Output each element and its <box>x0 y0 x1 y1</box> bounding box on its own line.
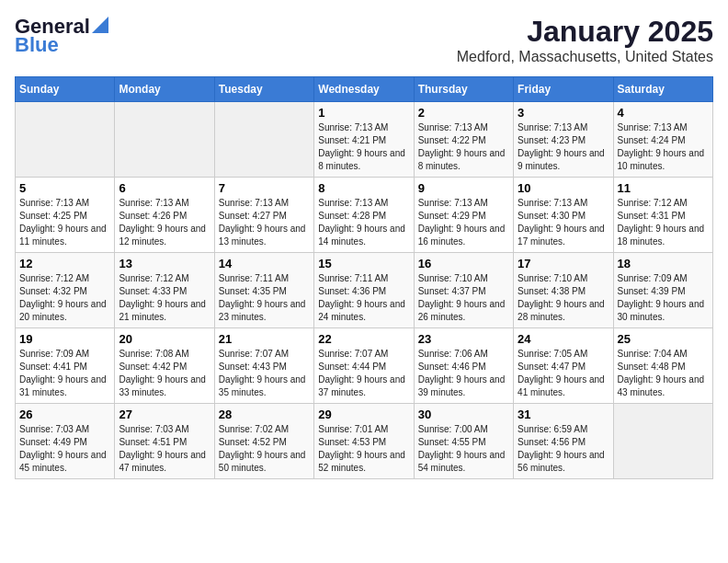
day-info: Sunrise: 7:13 AM Sunset: 4:28 PM Dayligh… <box>318 197 409 248</box>
calendar-day-header: Wednesday <box>314 77 414 102</box>
calendar-day-cell: 10 Sunrise: 7:13 AM Sunset: 4:30 PM Dayl… <box>514 178 613 253</box>
sunrise: Sunrise: 7:13 AM <box>318 122 388 132</box>
daylight: Daylight: 9 hours and 8 minutes. <box>418 148 506 171</box>
day-number: 10 <box>518 181 609 195</box>
day-info: Sunrise: 7:13 AM Sunset: 4:25 PM Dayligh… <box>19 197 110 248</box>
calendar-day-cell <box>16 102 115 178</box>
daylight: Daylight: 9 hours and 33 minutes. <box>119 374 206 397</box>
daylight: Daylight: 9 hours and 39 minutes. <box>418 374 506 397</box>
day-number: 5 <box>19 181 110 195</box>
day-info: Sunrise: 7:13 AM Sunset: 4:24 PM Dayligh… <box>618 121 709 173</box>
page-subtitle: Medford, Massachusetts, United States <box>457 49 713 65</box>
day-number: 29 <box>318 408 409 421</box>
calendar-day-cell: 24 Sunrise: 7:05 AM Sunset: 4:47 PM Dayl… <box>514 328 613 404</box>
sunset: Sunset: 4:29 PM <box>418 211 486 221</box>
sunset: Sunset: 4:53 PM <box>318 437 386 447</box>
sunset: Sunset: 4:36 PM <box>318 286 386 296</box>
day-number: 16 <box>418 257 509 270</box>
sunset: Sunset: 4:48 PM <box>618 362 686 372</box>
calendar-day-cell: 17 Sunrise: 7:10 AM Sunset: 4:38 PM Dayl… <box>514 253 613 328</box>
sunrise: Sunrise: 7:11 AM <box>318 273 388 283</box>
daylight: Daylight: 9 hours and 20 minutes. <box>19 299 107 322</box>
daylight: Daylight: 9 hours and 52 minutes. <box>318 450 405 473</box>
sunrise: Sunrise: 7:10 AM <box>418 273 488 283</box>
daylight: Daylight: 9 hours and 21 minutes. <box>119 299 206 322</box>
day-number: 31 <box>518 408 609 421</box>
day-info: Sunrise: 7:07 AM Sunset: 4:43 PM Dayligh… <box>219 348 310 399</box>
day-number: 27 <box>119 408 210 421</box>
day-number: 13 <box>119 257 210 270</box>
sunset: Sunset: 4:31 PM <box>618 211 686 221</box>
sunrise: Sunrise: 7:03 AM <box>119 424 188 434</box>
calendar-day-cell <box>115 102 214 178</box>
day-number: 21 <box>219 332 310 346</box>
calendar-day-cell: 2 Sunrise: 7:13 AM Sunset: 4:22 PM Dayli… <box>414 102 513 178</box>
calendar-day-cell: 30 Sunrise: 7:00 AM Sunset: 4:55 PM Dayl… <box>414 404 513 479</box>
sunset: Sunset: 4:41 PM <box>19 362 87 372</box>
day-info: Sunrise: 7:13 AM Sunset: 4:26 PM Dayligh… <box>119 197 210 248</box>
sunrise: Sunrise: 7:13 AM <box>518 198 587 208</box>
day-number: 28 <box>219 408 310 421</box>
day-info: Sunrise: 7:04 AM Sunset: 4:48 PM Dayligh… <box>618 348 709 399</box>
daylight: Daylight: 9 hours and 12 minutes. <box>119 224 206 247</box>
day-info: Sunrise: 7:13 AM Sunset: 4:22 PM Dayligh… <box>418 121 509 173</box>
day-number: 1 <box>318 106 409 120</box>
calendar-week-row: 5 Sunrise: 7:13 AM Sunset: 4:25 PM Dayli… <box>16 178 713 253</box>
calendar-table: SundayMondayTuesdayWednesdayThursdayFrid… <box>15 76 713 479</box>
day-number: 19 <box>19 332 110 346</box>
calendar-day-cell: 31 Sunrise: 6:59 AM Sunset: 4:56 PM Dayl… <box>514 404 613 479</box>
day-info: Sunrise: 7:12 AM Sunset: 4:31 PM Dayligh… <box>618 197 709 248</box>
daylight: Daylight: 9 hours and 56 minutes. <box>518 450 605 473</box>
sunset: Sunset: 4:23 PM <box>518 135 586 145</box>
day-info: Sunrise: 7:11 AM Sunset: 4:36 PM Dayligh… <box>318 272 409 324</box>
day-info: Sunrise: 7:13 AM Sunset: 4:23 PM Dayligh… <box>518 121 609 173</box>
sunset: Sunset: 4:43 PM <box>219 362 287 372</box>
sunrise: Sunrise: 7:10 AM <box>518 273 587 283</box>
day-number: 22 <box>318 332 409 346</box>
sunrise: Sunrise: 7:09 AM <box>618 273 688 283</box>
day-info: Sunrise: 7:01 AM Sunset: 4:53 PM Dayligh… <box>318 423 409 475</box>
calendar-day-cell: 16 Sunrise: 7:10 AM Sunset: 4:37 PM Dayl… <box>414 253 513 328</box>
calendar-day-cell: 14 Sunrise: 7:11 AM Sunset: 4:35 PM Dayl… <box>214 253 313 328</box>
calendar-day-header: Thursday <box>414 77 513 102</box>
sunset: Sunset: 4:44 PM <box>318 362 386 372</box>
sunrise: Sunrise: 7:12 AM <box>19 273 89 283</box>
calendar-day-header: Sunday <box>16 77 115 102</box>
sunset: Sunset: 4:26 PM <box>119 211 187 221</box>
daylight: Daylight: 9 hours and 8 minutes. <box>318 148 405 171</box>
calendar-day-cell: 26 Sunrise: 7:03 AM Sunset: 4:49 PM Dayl… <box>16 404 115 479</box>
daylight: Daylight: 9 hours and 47 minutes. <box>119 450 206 473</box>
daylight: Daylight: 9 hours and 10 minutes. <box>618 148 705 171</box>
sunrise: Sunrise: 7:07 AM <box>219 349 289 359</box>
calendar-day-cell: 22 Sunrise: 7:07 AM Sunset: 4:44 PM Dayl… <box>314 328 414 404</box>
day-info: Sunrise: 7:06 AM Sunset: 4:46 PM Dayligh… <box>418 348 509 399</box>
day-info: Sunrise: 7:13 AM Sunset: 4:21 PM Dayligh… <box>318 121 409 173</box>
calendar-day-cell: 19 Sunrise: 7:09 AM Sunset: 4:41 PM Dayl… <box>16 328 115 404</box>
daylight: Daylight: 9 hours and 35 minutes. <box>219 374 306 397</box>
daylight: Daylight: 9 hours and 17 minutes. <box>518 224 605 247</box>
logo-text-blue: Blue <box>15 33 59 57</box>
day-info: Sunrise: 7:11 AM Sunset: 4:35 PM Dayligh… <box>219 272 310 324</box>
daylight: Daylight: 9 hours and 50 minutes. <box>219 450 306 473</box>
day-info: Sunrise: 7:13 AM Sunset: 4:30 PM Dayligh… <box>518 197 609 248</box>
daylight: Daylight: 9 hours and 24 minutes. <box>318 299 405 322</box>
calendar-day-cell: 15 Sunrise: 7:11 AM Sunset: 4:36 PM Dayl… <box>314 253 414 328</box>
day-number: 2 <box>418 106 509 120</box>
sunrise: Sunrise: 7:01 AM <box>318 424 388 434</box>
calendar-day-cell <box>613 404 712 479</box>
calendar-day-header: Tuesday <box>214 77 313 102</box>
day-number: 7 <box>219 181 310 195</box>
day-info: Sunrise: 7:12 AM Sunset: 4:33 PM Dayligh… <box>119 272 210 324</box>
calendar-week-row: 19 Sunrise: 7:09 AM Sunset: 4:41 PM Dayl… <box>16 328 713 404</box>
sunset: Sunset: 4:55 PM <box>418 437 486 447</box>
day-number: 11 <box>618 181 709 195</box>
sunset: Sunset: 4:56 PM <box>518 437 586 447</box>
day-info: Sunrise: 7:10 AM Sunset: 4:38 PM Dayligh… <box>518 272 609 324</box>
day-number: 9 <box>418 181 509 195</box>
sunset: Sunset: 4:49 PM <box>19 437 87 447</box>
day-number: 14 <box>219 257 310 270</box>
day-number: 3 <box>518 106 609 120</box>
calendar-day-cell: 6 Sunrise: 7:13 AM Sunset: 4:26 PM Dayli… <box>115 178 214 253</box>
day-number: 23 <box>418 332 509 346</box>
day-info: Sunrise: 7:13 AM Sunset: 4:27 PM Dayligh… <box>219 197 310 248</box>
